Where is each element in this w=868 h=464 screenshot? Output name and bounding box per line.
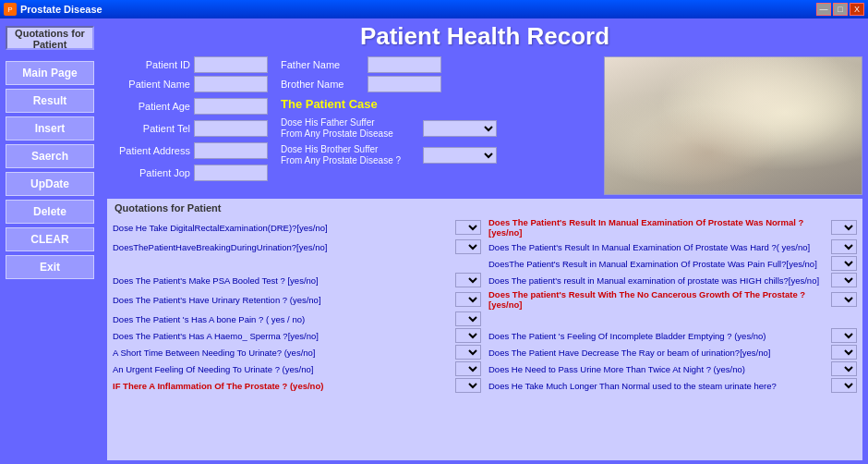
q-high-chills-select[interactable]: YesNo bbox=[831, 273, 857, 287]
q-dre-label: Dose He Take DigitalRectalExamination(DR… bbox=[113, 223, 452, 233]
patient-id-row: Patient ID Father Name bbox=[107, 56, 598, 73]
father-name-label: Father Name bbox=[281, 59, 364, 70]
q-bone-pain-row: Does The Patient 's Has A bone Pain ? ( … bbox=[113, 311, 481, 326]
q-hard-select[interactable]: YesNo bbox=[831, 239, 857, 254]
q-haemo-select[interactable]: YesNo bbox=[455, 328, 481, 343]
patient-id-label: Patient ID bbox=[107, 59, 190, 70]
patient-form: Patient ID Father Name Patient Name bbox=[107, 56, 598, 195]
suffer2-label: Dose His Brother SufferFrom Any Prostate… bbox=[281, 144, 419, 166]
maximize-button[interactable]: □ bbox=[833, 3, 848, 16]
q-hard-row: Does The Patient's Result In Manual Exam… bbox=[488, 239, 857, 254]
quotations-section: Quotations for Patient Dose He Take Digi… bbox=[107, 199, 862, 460]
quotations-header: Quotations for Patient bbox=[113, 202, 857, 214]
update-btn[interactable]: UpDate bbox=[6, 172, 94, 196]
medical-image bbox=[604, 56, 862, 195]
quotations-for-patient-button[interactable]: Quotations for Patient bbox=[6, 26, 94, 50]
q-dre-row: Dose He Take DigitalRectalExamination(DR… bbox=[113, 217, 481, 238]
case-title: The Patient Case bbox=[281, 97, 497, 111]
q-cancerous-row: Does The patient's Result With The No Ca… bbox=[488, 289, 857, 310]
q-inflammation-label: IF There A Inflammation Of The Prostate … bbox=[113, 381, 452, 391]
top-section: Patient ID Father Name Patient Name bbox=[107, 56, 862, 195]
q-urgent-row: An Urgent Feeling Of Needing To Urinate … bbox=[113, 361, 481, 376]
brother-name-label: Brother Name bbox=[281, 79, 364, 90]
q-haemo-row: Does The Patient's Has A Haemo_ Sperma ?… bbox=[113, 328, 481, 343]
search-btn[interactable]: Saerch bbox=[6, 144, 94, 168]
q-cancerous-label: Does The patient's Result With The No Ca… bbox=[488, 289, 828, 310]
q-longer-row: Does He Take Much Longer Than Normal use… bbox=[488, 378, 857, 393]
q-cancerous-select[interactable]: YesNo bbox=[831, 292, 857, 307]
q-urgent-select[interactable]: YesNo bbox=[455, 361, 481, 376]
suffer2-select[interactable]: Yes No bbox=[423, 147, 497, 164]
q-psa-row: Does The Patient's Make PSA Booled Test … bbox=[113, 273, 481, 287]
patient-address-label: Patient Address bbox=[107, 145, 190, 156]
q-hard-label: Does The Patient's Result In Manual Exam… bbox=[488, 242, 828, 252]
q-short-time-row: A Short Time Between Needing To Urinate?… bbox=[113, 345, 481, 360]
father-name-input[interactable] bbox=[368, 56, 441, 73]
q-retention-label: Does The Patient's Have Urinary Retentio… bbox=[113, 295, 452, 305]
brother-name-input[interactable] bbox=[368, 76, 441, 92]
q-decrease-label: Does The Patient Have Decrease The Ray o… bbox=[488, 348, 828, 358]
q-retention-row: Does The Patient's Have Urinary Retentio… bbox=[113, 289, 481, 310]
q-twice-night-select[interactable]: YesNo bbox=[831, 361, 857, 376]
q-longer-label: Does He Take Much Longer Than Normal use… bbox=[488, 381, 828, 391]
q-inflammation-select[interactable]: YesNo bbox=[455, 378, 481, 393]
q-breaking-label: DoesThePatientHaveBreakingDuringUrinatio… bbox=[113, 242, 452, 252]
patient-address-input[interactable] bbox=[194, 142, 268, 159]
sidebar: Quotations for Patient Main Page Result … bbox=[0, 18, 102, 464]
q-psa-label: Does The Patient's Make PSA Booled Test … bbox=[113, 275, 452, 286]
clear-btn[interactable]: CLEAR bbox=[6, 227, 94, 251]
q-normal-select[interactable]: YesNo bbox=[831, 220, 857, 235]
delete-btn[interactable]: Delete bbox=[6, 200, 94, 224]
q-urgent-label: An Urgent Feeling Of Needing To Urinate … bbox=[113, 364, 452, 374]
q-painfull-label: DoesThe Patient's Result in Manual Exami… bbox=[488, 259, 828, 269]
window-title: Prostate Disease bbox=[20, 4, 813, 15]
q-bone-pain-label: Does The Patient 's Has A bone Pain ? ( … bbox=[113, 314, 452, 324]
q-high-chills-row: Does The patient's result in Manual exam… bbox=[488, 273, 857, 287]
spacer-right bbox=[488, 311, 857, 315]
result-btn[interactable]: Result bbox=[6, 89, 94, 113]
patient-jop-row: Patient Jop bbox=[107, 165, 268, 181]
q-decrease-select[interactable]: YesNo bbox=[831, 345, 857, 360]
suffer1-label: Dose His Father SufferFrom Any Prostate … bbox=[281, 117, 419, 140]
q-longer-select[interactable]: YesNo bbox=[831, 378, 857, 393]
insert-btn[interactable]: Insert bbox=[6, 116, 94, 140]
main-page-btn[interactable]: Main Page bbox=[6, 61, 94, 85]
spacer-left bbox=[113, 256, 481, 260]
q-incomplete-row: Does The Patient 's Feeling Of Incomplet… bbox=[488, 328, 857, 343]
q-normal-row: Does The Patient's Result In Manual Exam… bbox=[488, 217, 857, 238]
patient-age-row: Patient Age bbox=[107, 98, 268, 115]
patient-age-label: Patient Age bbox=[107, 101, 190, 112]
q-short-time-select[interactable]: YesNo bbox=[455, 345, 481, 360]
q-psa-select[interactable]: YesNo bbox=[455, 273, 481, 287]
minimize-button[interactable]: — bbox=[816, 3, 831, 16]
window-controls: — □ X bbox=[816, 3, 864, 16]
patient-name-input[interactable] bbox=[194, 76, 268, 92]
q-bone-pain-select[interactable]: YesNo bbox=[455, 311, 481, 326]
main-container: Quotations for Patient Main Page Result … bbox=[0, 18, 868, 464]
q-breaking-select[interactable]: YesNo bbox=[455, 239, 481, 254]
q-painfull-select[interactable]: YesNo bbox=[831, 256, 857, 271]
patient-tel-row: Patient Tel bbox=[107, 120, 268, 137]
suffer2-row: Dose His Brother SufferFrom Any Prostate… bbox=[281, 144, 497, 166]
close-button[interactable]: X bbox=[850, 3, 864, 16]
q-dre-select[interactable]: YesNo bbox=[455, 220, 481, 235]
q-retention-select[interactable]: YesNo bbox=[455, 292, 481, 307]
patient-jop-label: Patient Jop bbox=[107, 167, 190, 178]
q-incomplete-select[interactable]: YesNo bbox=[831, 328, 857, 343]
suffer1-select[interactable]: Yes No bbox=[423, 120, 497, 137]
patient-tel-input[interactable] bbox=[194, 120, 268, 137]
q-breaking-row: DoesThePatientHaveBreakingDuringUrinatio… bbox=[113, 239, 481, 254]
patient-age-input[interactable] bbox=[194, 98, 268, 115]
q-haemo-label: Does The Patient's Has A Haemo_ Sperma ?… bbox=[113, 331, 452, 341]
q-twice-night-label: Does He Need to Pass Urine More Than Twi… bbox=[488, 364, 828, 374]
q-normal-label: Does The Patient's Result In Manual Exam… bbox=[488, 217, 828, 238]
patient-jop-input[interactable] bbox=[194, 165, 268, 181]
figure-overlay bbox=[605, 57, 862, 194]
app-icon: P bbox=[4, 3, 17, 16]
q-painfull-row: DoesThe Patient's Result in Manual Exami… bbox=[488, 256, 857, 271]
q-incomplete-label: Does The Patient 's Feeling Of Incomplet… bbox=[488, 331, 828, 341]
q-decrease-row: Does The Patient Have Decrease The Ray o… bbox=[488, 345, 857, 360]
patient-id-input[interactable] bbox=[194, 56, 268, 73]
questions-grid: Dose He Take DigitalRectalExamination(DR… bbox=[113, 217, 857, 393]
exit-btn[interactable]: Exit bbox=[6, 255, 94, 279]
